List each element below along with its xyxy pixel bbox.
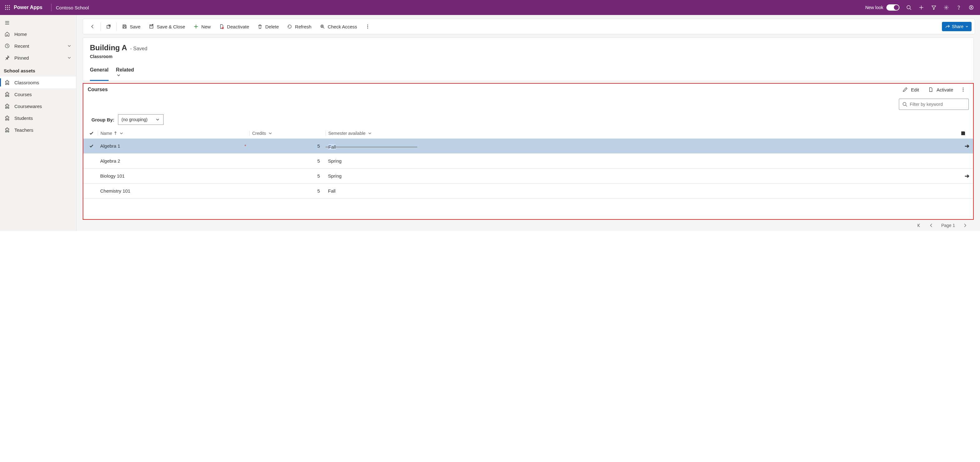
- cell-semester[interactable]: Spring: [326, 173, 420, 178]
- cell-name[interactable]: Algebra 1: [98, 143, 244, 148]
- nav-coursewares[interactable]: Coursewares: [0, 100, 76, 112]
- cell-name[interactable]: Algebra 2: [98, 158, 244, 164]
- tab-general-label: General: [90, 67, 108, 72]
- search-button[interactable]: [903, 0, 915, 15]
- group-by-bar: Group By: (no grouping): [83, 112, 973, 128]
- nav-home[interactable]: Home: [0, 28, 76, 40]
- settings-button[interactable]: [940, 0, 953, 15]
- new-button[interactable]: New: [189, 19, 215, 34]
- filter-keyword-input[interactable]: [910, 102, 965, 107]
- tab-general[interactable]: General: [90, 65, 108, 81]
- new-look-label: New look: [865, 5, 883, 10]
- refresh-button[interactable]: Refresh: [283, 19, 315, 34]
- courses-grid: Name Credits Semester available: [83, 128, 973, 219]
- cell-credits[interactable]: 5: [249, 158, 326, 164]
- record-saved-status: - Saved: [130, 46, 147, 51]
- help-button[interactable]: [953, 0, 965, 15]
- grid-row[interactable]: Algebra 1 * 5 Fall ➔: [83, 139, 973, 154]
- app-launcher-button[interactable]: [3, 0, 13, 15]
- nav-courses[interactable]: Courses: [0, 88, 76, 100]
- pager: Page 1: [83, 220, 974, 231]
- brand-label: Power Apps: [14, 5, 43, 10]
- open-record-arrow[interactable]: ➔: [961, 143, 973, 150]
- open-record-arrow[interactable]: ➔: [961, 173, 973, 180]
- semester-edit-input[interactable]: Fall: [326, 147, 417, 147]
- copilot-button[interactable]: [965, 0, 977, 15]
- cell-semester[interactable]: Fall: [326, 188, 420, 194]
- back-button[interactable]: [86, 19, 99, 34]
- svg-point-33: [368, 28, 368, 29]
- pager-next-button[interactable]: [963, 223, 967, 228]
- pager-first-button[interactable]: [916, 223, 921, 228]
- svg-point-3: [5, 7, 6, 8]
- separator: [100, 22, 101, 31]
- nav-pinned[interactable]: Pinned: [0, 52, 76, 64]
- tab-related[interactable]: Related: [116, 65, 136, 81]
- cell-semester[interactable]: Spring: [326, 158, 420, 164]
- save-column-icon[interactable]: [961, 131, 973, 136]
- puzzle-icon: [4, 91, 10, 97]
- open-new-window-button[interactable]: [102, 19, 115, 34]
- puzzle-icon: [4, 104, 10, 109]
- subgrid-edit-button[interactable]: Edit: [898, 86, 924, 94]
- svg-point-0: [5, 5, 6, 6]
- nav-item-label: Teachers: [14, 127, 33, 133]
- form-tabs: General Related: [90, 65, 967, 81]
- chevron-down-icon: [119, 131, 124, 136]
- save-close-button[interactable]: Save & Close: [145, 19, 189, 34]
- cell-name[interactable]: Chemistry 101: [98, 188, 244, 194]
- delete-button[interactable]: Delete: [253, 19, 282, 34]
- grid-row[interactable]: Biology 101 5 Spring ➔: [83, 169, 973, 183]
- puzzle-icon: [4, 127, 10, 133]
- svg-point-5: [9, 7, 10, 8]
- filter-button[interactable]: [928, 0, 940, 15]
- chevron-down-icon: [67, 55, 72, 60]
- chevron-down-icon: [155, 117, 160, 122]
- puzzle-icon: [4, 115, 10, 121]
- overflow-button[interactable]: [361, 19, 374, 34]
- svg-point-14: [958, 9, 959, 9]
- subgrid-overflow-button[interactable]: [958, 86, 969, 93]
- trash-icon: [257, 24, 263, 29]
- share-button[interactable]: Share: [942, 22, 972, 31]
- save-button[interactable]: Save: [118, 19, 144, 34]
- grid-row[interactable]: Algebra 2 5 Spring: [83, 154, 973, 169]
- deactivate-button[interactable]: Deactivate: [215, 19, 253, 34]
- cell-credits[interactable]: 5: [249, 143, 326, 148]
- sidebar-collapse-button[interactable]: [0, 18, 76, 28]
- add-button[interactable]: [915, 0, 928, 15]
- separator: [116, 22, 117, 31]
- svg-line-10: [910, 9, 912, 10]
- nav-teachers[interactable]: Teachers: [0, 124, 76, 136]
- cell-credits[interactable]: 5: [249, 173, 326, 178]
- column-name-label: Name: [100, 131, 112, 136]
- row-checkbox[interactable]: [89, 143, 98, 148]
- filter-keyword-input-wrapper[interactable]: [899, 99, 969, 110]
- semester-edit-value: Fall: [328, 144, 336, 150]
- check-access-button[interactable]: Check Access: [316, 19, 361, 34]
- subgrid-title: Courses: [88, 87, 108, 92]
- nav-students[interactable]: Students: [0, 112, 76, 124]
- svg-point-1: [7, 5, 8, 6]
- clock-icon: [4, 43, 10, 49]
- new-look-toggle[interactable]: New look: [865, 4, 899, 11]
- column-header-credits[interactable]: Credits: [249, 131, 326, 136]
- nav-classrooms[interactable]: Classrooms: [0, 76, 76, 88]
- select-all-checkbox[interactable]: [89, 131, 98, 136]
- deactivate-label: Deactivate: [227, 24, 249, 29]
- sitemap-sidebar: Home Recent Pinned School assets Classro…: [0, 15, 76, 231]
- pin-icon: [4, 55, 10, 61]
- group-by-select[interactable]: (no grouping): [118, 114, 163, 125]
- column-header-name[interactable]: Name: [98, 131, 249, 136]
- subgrid-activate-button[interactable]: Activate: [924, 86, 958, 94]
- cell-name[interactable]: Biology 101: [98, 173, 244, 178]
- nav-recent[interactable]: Recent: [0, 40, 76, 52]
- column-header-semester[interactable]: Semester available: [326, 131, 420, 136]
- svg-point-31: [368, 25, 368, 25]
- grid-row[interactable]: Chemistry 101 5 Fall: [83, 183, 973, 199]
- subgrid-edit-label: Edit: [911, 87, 919, 92]
- pager-prev-button[interactable]: [929, 223, 934, 228]
- nav-item-label: Courses: [14, 92, 32, 97]
- svg-rect-21: [124, 25, 125, 26]
- cell-credits[interactable]: 5: [249, 188, 326, 194]
